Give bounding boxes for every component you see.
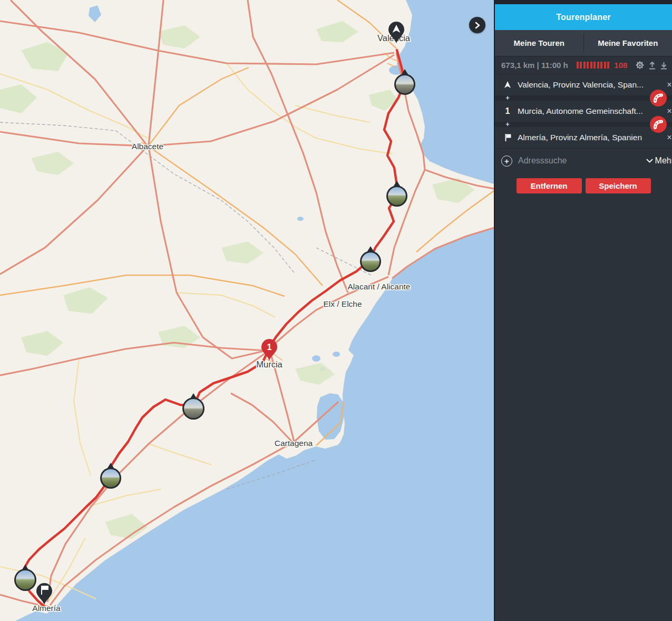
sidebar-top-strip [495, 0, 672, 4]
settings-gear-icon[interactable] [635, 61, 645, 70]
route-actions: Entfernen Speichern [495, 173, 672, 200]
download-import-icon[interactable] [660, 61, 668, 70]
route-stats-bar: 673,1 km | 11:00 h 108 [495, 56, 672, 74]
sidebar-tabs: Meine Touren Meine Favoriten [495, 30, 672, 56]
remove-waypoint-button[interactable]: × [664, 80, 672, 90]
via-pin-number: 1 [267, 343, 272, 352]
address-search-input[interactable] [518, 156, 646, 166]
start-arrow-icon [501, 81, 514, 89]
flag-icon [501, 133, 514, 142]
waypoint-row-via[interactable]: 1 Murcia, Autonome Gemeinschaft... × [495, 101, 672, 122]
add-waypoint-button[interactable]: + [503, 94, 512, 102]
save-route-button[interactable]: Speichern [586, 178, 651, 193]
waypoint-label: Valencia, Provinz Valencia, Span... [518, 80, 664, 90]
map-label-cartagena: Cartagena [275, 439, 313, 448]
panel-title: Tourenplaner [495, 4, 672, 30]
more-label: Mehr [655, 156, 672, 166]
tab-meine-favoriten[interactable]: Meine Favoriten [584, 30, 672, 56]
waypoint-label: Almería, Provinz Almería, Spanien [518, 133, 664, 142]
tour-planner-app: Valencia Albacete Alacant / Alicante Elx… [0, 0, 672, 621]
add-address-icon[interactable]: + [501, 156, 512, 167]
via-number-icon: 1 [501, 106, 514, 116]
curviness-value: 108 [614, 61, 627, 70]
map-canvas[interactable]: Valencia Albacete Alacant / Alicante Elx… [0, 0, 494, 621]
more-options-toggle[interactable]: Mehr [646, 156, 672, 166]
map-label-albacete: Albacete [132, 142, 163, 151]
add-waypoint-button[interactable]: + [503, 120, 512, 129]
waypoint-row-start[interactable]: Valencia, Provinz Valencia, Span... × [495, 74, 672, 95]
tour-planner-sidebar: Tourenplaner Meine Touren Meine Favorite… [494, 0, 672, 621]
chevron-down-icon [646, 159, 653, 163]
waypoint-list: Valencia, Provinz Valencia, Span... × + … [495, 74, 672, 149]
address-search-row: + Mehr [495, 149, 672, 173]
waypoint-row-end[interactable]: Almería, Provinz Almería, Spanien × [495, 127, 672, 148]
upload-export-icon[interactable] [648, 61, 656, 70]
map-label-murcia: Murcia [256, 360, 283, 369]
remove-route-button[interactable]: Entfernen [517, 178, 582, 193]
waypoint-divider: + [495, 95, 672, 101]
panel-title-text: Tourenplaner [556, 13, 610, 22]
tab-meine-touren[interactable]: Meine Touren [495, 30, 583, 56]
curviness-meter [577, 62, 610, 69]
curvy-road-icon[interactable] [650, 90, 667, 106]
curvy-road-icon[interactable] [650, 116, 667, 133]
route-distance-duration: 673,1 km | 11:00 h [501, 61, 568, 70]
waypoint-label: Murcia, Autonome Gemeinschaft... [518, 106, 664, 116]
map-label-alicante: Alacant / Alicante [348, 282, 411, 291]
map-label-elche: Elx / Elche [323, 299, 362, 308]
sidebar-collapse-button[interactable] [469, 17, 485, 33]
chevron-right-icon [474, 22, 481, 29]
map-svg: Valencia Albacete Alacant / Alicante Elx… [0, 0, 494, 621]
remove-waypoint-button[interactable]: × [664, 133, 672, 142]
remove-waypoint-button[interactable]: × [664, 106, 672, 116]
waypoint-divider: + [495, 122, 672, 127]
map-label-almeria: Almería [32, 604, 61, 613]
